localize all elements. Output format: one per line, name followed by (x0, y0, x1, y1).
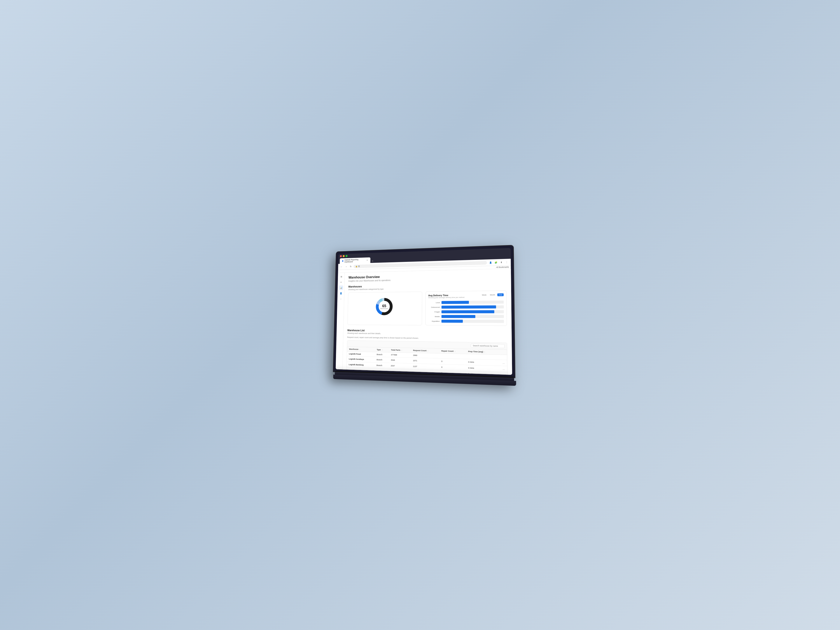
extensions-icon[interactable]: 🧩 (494, 260, 498, 265)
donut-label: Warehouses (380, 308, 388, 309)
main-content: Warehouse Overview Insights into your Wa… (343, 268, 512, 375)
sidebar-icon-person[interactable]: 👤 (339, 291, 343, 295)
donut-panel: 65 Warehouses (347, 292, 422, 325)
bar-fill-local (441, 301, 469, 304)
row3-repair: 0 (439, 364, 466, 371)
lock-icon: 🔒 (355, 265, 357, 267)
col-actions (497, 350, 507, 355)
filter-week[interactable]: Week (481, 294, 488, 297)
bar-track-expedition (441, 320, 504, 323)
bar-label-outsourced: Outsourced (428, 306, 440, 308)
row4-repair: 0 (439, 370, 466, 375)
row3-request: 1137 (411, 363, 439, 370)
row1-parts: 377998 (389, 352, 411, 358)
bar-track-freight (441, 310, 504, 313)
row3-parts: 2047 (389, 363, 411, 369)
bar-label-mobile: Mobile (428, 316, 440, 317)
sort-icon-type[interactable]: ↕ (382, 349, 383, 351)
back-button[interactable]: ← (339, 265, 343, 268)
col-request-count: Request Count ↕ (411, 348, 439, 354)
warehouse-list-subtitle2: Request count, repair count and average … (347, 336, 507, 340)
minimize-button[interactable] (343, 255, 344, 257)
sidebar-icon-grid[interactable]: ⊞ (339, 275, 343, 279)
row1-prep (466, 354, 497, 360)
bookmark-label: All Bookmarks (496, 266, 509, 268)
active-tab[interactable]: Datindo Reporting Dashboard ✕ (340, 257, 370, 264)
col-warehouse: Warehouse ↕ (347, 347, 375, 352)
tab-close-icon[interactable]: ✕ (366, 259, 368, 261)
col-type: Type ↕ (375, 347, 389, 352)
row3-name: Logistik Bandung (347, 362, 375, 368)
row2-repair: 0 (439, 358, 466, 365)
sidebar-icon-arrow[interactable]: → (338, 297, 343, 301)
sidebar-icon-chart[interactable]: 📊 (339, 286, 343, 290)
row1-type: Branch (375, 352, 389, 357)
menu-icon[interactable]: ⋮ (504, 260, 509, 264)
donut-center: 65 Warehouses (380, 304, 388, 309)
download-icon[interactable]: ⬇ (499, 260, 504, 264)
sort-icon-parts[interactable]: ↕ (401, 349, 402, 351)
row3-prep: 0 mins (466, 365, 497, 372)
delivery-chart-panel: Avg Delivery Time Showing your average d… (425, 291, 507, 326)
bar-row-mobile: Mobile (428, 315, 504, 318)
browser-content: ⊞ ≡ 📊 👤 → Warehouse Overview Insights in… (336, 268, 512, 375)
row1-actions[interactable] (497, 355, 507, 360)
tab-favicon (342, 260, 343, 262)
sort-icon-warehouse[interactable]: ↕ (359, 348, 360, 350)
row2-actions[interactable]: ... (497, 360, 507, 366)
row1-name: Logistik Pusat (347, 351, 375, 357)
bar-fill-expedition (441, 320, 463, 323)
bar-row-expedition: Expedition (428, 320, 504, 323)
col-total-parts: Total Parts ↕ (389, 347, 411, 353)
bar-row-outsourced: Outsourced (428, 305, 504, 309)
chart-subtitle: Showing your average delivery time per m… (428, 296, 464, 298)
sort-icon-prep[interactable]: ↕ (484, 351, 485, 353)
bar-label-freight: Freight (428, 311, 440, 313)
laptop-container: Datindo Reporting Dashboard ✕ + ← → ↻ 🔒 … (330, 248, 510, 382)
dashboard-grid: 65 Warehouses Avg D (347, 291, 507, 326)
tab-title: Datindo Reporting Dashboard (344, 258, 365, 263)
profile-icon[interactable]: 👤 (488, 261, 493, 265)
close-button[interactable] (340, 255, 342, 257)
col-repair-count: Repair Count ↕ (439, 349, 466, 354)
maximize-button[interactable] (346, 255, 347, 257)
warehouse-list-section: Warehouse List Showing each warehouse an… (346, 329, 507, 375)
row2-prep: 0 mins (466, 359, 497, 366)
row2-name: Logistik Surabaya (347, 356, 375, 362)
refresh-button[interactable]: ↻ (349, 265, 352, 268)
laptop-screen: Datindo Reporting Dashboard ✕ + ← → ↻ 🔒 … (333, 245, 515, 377)
bar-track-mobile (441, 315, 504, 318)
bar-row-freight: Freight (428, 310, 504, 313)
bar-label-local: Local (428, 302, 440, 303)
warehouses-section: Warehouses Showing your warehouse catego… (347, 283, 507, 326)
warehouse-table: Warehouse ↕ Type ↕ Total Par (346, 347, 507, 375)
row1-repair (439, 354, 466, 359)
new-tab-button[interactable]: + (371, 259, 374, 263)
row4-actions[interactable]: ... (497, 372, 507, 375)
bar-row-local: Local (428, 300, 504, 304)
screen-bezel: Datindo Reporting Dashboard ✕ + ← → ↻ 🔒 … (336, 248, 512, 375)
sort-icon-repair[interactable]: ↕ (455, 350, 455, 352)
donut-chart: 65 Warehouses (374, 296, 394, 317)
row3-actions[interactable]: ... (497, 366, 507, 372)
chart-header: Avg Delivery Time Showing your average d… (428, 294, 504, 298)
chart-title-group: Avg Delivery Time Showing your average d… (428, 294, 464, 298)
row2-type: Branch (375, 357, 389, 363)
bar-label-expedition: Expedition (428, 320, 439, 322)
bar-fill-freight (441, 310, 494, 313)
bar-track-outsourced (441, 305, 504, 309)
donut-total: 65 (380, 304, 388, 308)
warehouse-table-container: Warehouse ↕ Type ↕ Total Par (346, 340, 507, 375)
sidebar-icon-layers[interactable]: ≡ (339, 280, 343, 284)
bar-chart: Local Outsourced (428, 300, 504, 323)
browser-actions: 👤 🧩 ⬇ ⋮ (488, 260, 509, 265)
filter-month[interactable]: Month (489, 294, 496, 296)
search-input[interactable] (471, 344, 505, 348)
forward-button[interactable]: → (344, 265, 348, 268)
address-text: G (358, 265, 360, 268)
sort-icon-request[interactable]: ↕ (427, 350, 428, 352)
bar-fill-outsourced (441, 305, 496, 308)
filter-year[interactable]: Year (497, 294, 504, 296)
row2-request: 1071 (411, 358, 439, 364)
row1-request: 2969 (411, 353, 439, 358)
